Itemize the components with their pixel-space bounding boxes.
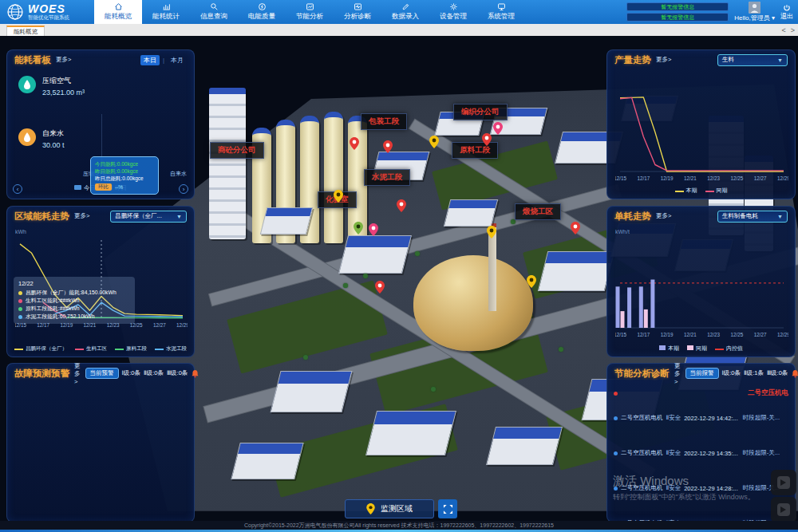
alarm-row[interactable]: 二号空压机电机 Ⅱ安全 2022-12-29 14:35:... 时段超限-关.…: [614, 435, 788, 471]
tab-energy-overview[interactable]: 能耗概览: [6, 26, 45, 36]
alarm-status-bar-2[interactable]: 暂无报警信息: [626, 13, 729, 22]
metric-compressed-air[interactable]: 压缩空气 23,521.00 m³: [18, 76, 85, 97]
legend-label: 水泥工段: [166, 345, 187, 351]
nav-item-system-mgmt[interactable]: 系统管理: [477, 0, 525, 24]
svg-text:12/29: 12/29: [777, 332, 788, 337]
map-pin-green[interactable]: [354, 222, 363, 234]
user-greeting[interactable]: Hello,管理员 ▾: [734, 14, 775, 22]
alarm-marquee-row[interactable]: 二号空压机电: [614, 386, 788, 400]
alarm-dot: [614, 451, 618, 455]
map-pin-red[interactable]: [397, 199, 406, 212]
building: [231, 443, 303, 479]
metric-tap-water[interactable]: 自来水 30.00 t: [18, 128, 65, 149]
map-label-packing-section[interactable]: 包装工段: [361, 113, 407, 130]
alarm-device: 二号空压机电机: [621, 484, 663, 492]
y-axis-label: kWh: [15, 229, 26, 234]
tab-scroll-right[interactable]: >: [791, 26, 795, 34]
monitor-area-button[interactable]: 监测区域: [345, 499, 434, 518]
map-label-cement-section[interactable]: 水泥工段: [364, 169, 410, 186]
alarm-status-bar-1[interactable]: 暂无报警信息: [626, 2, 729, 11]
tab-scroll-left[interactable]: <: [781, 26, 785, 34]
map-label-concrete-branch[interactable]: 商砼分公司: [210, 142, 264, 159]
more-link[interactable]: 更多>: [74, 362, 81, 385]
map-pin-yellow[interactable]: [487, 226, 496, 238]
nav-item-data-entry[interactable]: 数据录入: [381, 0, 429, 24]
nav-item-energy-analysis[interactable]: 节能分析: [286, 0, 334, 24]
metric-value: 23,521.00: [42, 89, 74, 97]
toggle-month[interactable]: 本月: [168, 55, 187, 65]
region-selector-dropdown[interactable]: 昌鹏环保（全厂... ▼: [110, 211, 187, 223]
more-link[interactable]: 更多>: [656, 212, 671, 220]
alarm-dot: [614, 416, 618, 420]
svg-text:12/27: 12/27: [754, 175, 767, 181]
map-pin-red[interactable]: [350, 137, 359, 150]
floating-tool-button-1[interactable]: [771, 470, 796, 495]
tooltip-line: 水泥工段能耗:60,752.10kWh: [26, 313, 95, 321]
alarm-row[interactable]: 二号空压机电机 Ⅱ安全 2022-12-29 14:42:... 时段超限-关.…: [614, 400, 788, 435]
series-dot: [18, 291, 22, 295]
fullscreen-icon: [443, 504, 453, 514]
legend-label: 同期: [696, 345, 707, 351]
floating-tool-button-2[interactable]: [771, 497, 796, 522]
svg-text:12/23: 12/23: [707, 332, 720, 337]
svg-text:12/15: 12/15: [615, 332, 626, 337]
prev-arrow-button[interactable]: ‹: [13, 184, 22, 194]
map-pin-yellow[interactable]: [527, 275, 536, 288]
map-label-calcination-area[interactable]: 煅烧工区: [515, 203, 561, 220]
production-trend-panel: 产量走势 更多> 生料 ▼ 12/1512/1712/1912/2112/231…: [606, 49, 796, 199]
map-pin-red[interactable]: [383, 140, 393, 153]
nav-item-device-mgmt[interactable]: 设备管理: [429, 0, 477, 24]
fullscreen-button[interactable]: [438, 499, 457, 518]
current-warning-filter[interactable]: 当前预警: [85, 368, 119, 379]
production-selector-dropdown[interactable]: 生料 ▼: [717, 54, 788, 66]
more-link[interactable]: 更多>: [74, 212, 89, 220]
logout-button[interactable]: 退出: [780, 4, 793, 21]
map-pin-red[interactable]: [482, 133, 492, 146]
nav-menu: 能耗概览 能耗统计 信息查询 电能质量 节能分析 分析诊断 数据录入 设备管理: [94, 0, 525, 24]
current-alarm-filter[interactable]: 当前报警: [685, 368, 719, 379]
alarm-time: 2022-12-29 14:42:...: [684, 415, 738, 422]
board-tooltip: 今日能耗:0.00kgce 昨日能耗:0.00kgce 昨日总能耗:0.00kg…: [90, 156, 159, 195]
next-arrow-button[interactable]: ›: [179, 184, 188, 194]
metric-unit: m³: [77, 89, 85, 97]
power-icon: [783, 4, 791, 12]
nav-item-label: 电能质量: [248, 12, 275, 22]
alarm-row[interactable]: 二号空压机电机 Ⅱ安全 2022-12-29 14:28:... 时段超限-关.…: [614, 471, 788, 506]
more-link[interactable]: 更多>: [656, 56, 671, 64]
nav-item-energy-stats[interactable]: 能耗统计: [142, 0, 190, 24]
alarm-type: 时段超限-关...: [743, 449, 780, 457]
nav-item-info-query[interactable]: 信息查询: [190, 0, 238, 24]
person-icon: [749, 2, 760, 14]
gear-icon: [449, 2, 458, 11]
nav-item-diagnosis[interactable]: 分析诊断: [334, 0, 381, 24]
more-link[interactable]: 更多>: [674, 362, 681, 385]
map-pin-yellow[interactable]: [429, 136, 439, 148]
panel-title: 节能分析诊断: [614, 368, 670, 380]
logo-title: WOES: [28, 3, 69, 14]
level-2-count: Ⅱ级:0条: [144, 369, 164, 377]
alarm-level: Ⅱ安全: [666, 449, 681, 457]
map-pin-red[interactable]: [375, 281, 385, 294]
map-pin-red[interactable]: [571, 222, 580, 234]
map-pin-yellow[interactable]: [334, 190, 343, 203]
map-label-weaving-branch[interactable]: 编织分公司: [453, 104, 508, 120]
building: [365, 411, 456, 455]
y-axis-label: kWh/t: [615, 229, 630, 234]
building: [486, 427, 563, 465]
toggle-today[interactable]: 本日: [140, 55, 160, 65]
map-pin-pink[interactable]: [369, 223, 378, 236]
map-pin-pink[interactable]: [493, 122, 503, 135]
level-3-count: Ⅲ级:0条: [767, 369, 788, 377]
nav-item-energy-overview[interactable]: 能耗概览: [94, 0, 142, 24]
legend-swatch: [75, 349, 84, 350]
nav-item-power-quality[interactable]: 电能质量: [238, 0, 286, 24]
unit-consumption-selector-dropdown[interactable]: 生料制备电耗 ▼: [717, 211, 788, 223]
legend-label: 内控值: [726, 345, 743, 351]
tooltip-line: 原料工段能耗:###kWh: [26, 305, 80, 313]
svg-text:12/27: 12/27: [153, 322, 166, 328]
user-avatar[interactable]: [749, 2, 760, 14]
preheater-tower: [209, 88, 246, 239]
tooltip-line: 昨日能耗:0.00kgce: [95, 167, 154, 175]
energy-board-panel: 能耗看板 更多> 本日 | 本月 压缩空气 23,521.00 m³ 自来水 3…: [6, 49, 195, 199]
more-link[interactable]: 更多>: [56, 56, 71, 64]
